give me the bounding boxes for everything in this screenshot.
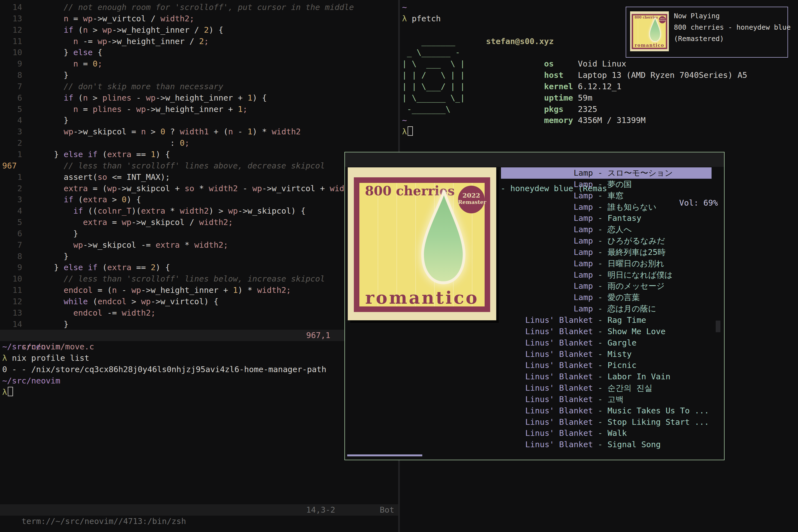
code-line[interactable]: 14 }	[0, 319, 398, 330]
code-line[interactable]: 2 : 0;	[0, 137, 398, 149]
pfetch-field-label: pkgs	[544, 103, 578, 115]
code-line[interactable]: 12 while (endcol > wp->w_virtcol) {	[0, 296, 398, 307]
playlist-row[interactable]: Lamp - Fantasy	[501, 212, 711, 224]
code-line[interactable]: 11 n -= wp->w_height_inner / 2;	[0, 36, 398, 47]
playlist-row[interactable]: Linus' Blanket - Signal Song	[501, 439, 711, 450]
code-line[interactable]: 3 wp->w_skipcol = n > 0 ? width1 + (n - …	[0, 126, 398, 137]
playlist-row[interactable]: Linus' Blanket - Picnic	[501, 360, 711, 371]
code-line[interactable]: 1 assert(so <= INT_MAX);	[0, 172, 398, 183]
playlist-artist: Linus' Blanket	[501, 405, 593, 416]
playlist-row[interactable]: Linus' Blanket - Walk	[501, 428, 711, 439]
code-line[interactable]: 5 extra = wp->w_skipcol / width2;	[0, 217, 398, 228]
playlist-row[interactable]: Lamp - 恋人へ	[501, 224, 711, 235]
code-line[interactable]: 1 } else if (extra == 1) {	[0, 149, 398, 160]
playlist-row[interactable]: Linus' Blanket - Misty	[501, 348, 711, 360]
playlist-separator: -	[593, 337, 607, 348]
playlist-scrollbar[interactable]	[716, 321, 720, 332]
playlist-row[interactable]: Lamp - 日曜日のお別れ	[501, 258, 711, 269]
code-line[interactable]: 2 extra = (wp->w_skipcol + so * width2 -…	[0, 183, 398, 194]
code-line[interactable]: 3 if (extra > 0) {	[0, 194, 398, 205]
playlist-row[interactable]: Linus' Blanket - Rag Time	[501, 315, 711, 326]
playlist-row[interactable]: Linus' Blanket - Music Takes Us To ...	[501, 405, 711, 416]
code-line[interactable]: 11 endcol = (n - wp->w_height_inner + 1)…	[0, 285, 398, 296]
album-cover-frame: 800 cherries 2022 Remaster romantico	[354, 177, 490, 312]
code-line[interactable]: 12 if (n > wp->w_height_inner / 2) {	[0, 24, 398, 36]
teardrop-graphic	[414, 188, 473, 285]
code-line[interactable]: 967 // less than 'scrolloff' lines above…	[0, 160, 398, 172]
code-line[interactable]: 6 }	[0, 228, 398, 240]
code-buffer[interactable]: 14 // not enough room for 'scrolloff', p…	[0, 0, 398, 330]
playlist-song-title: 恋は月の蔭に	[607, 303, 656, 315]
code-line[interactable]: 9 } else if (extra == 2) {	[0, 262, 398, 273]
playlist-artist: Lamp	[501, 292, 593, 303]
code-line[interactable]: 10 // less than 'scrolloff' lines below,…	[0, 273, 398, 285]
code-line[interactable]: 13 n = wp->w_virtcol / width2;	[0, 13, 398, 24]
music-player-window[interactable]: [Playing] herries - honeydew blue (Remas…	[344, 152, 725, 460]
shell-prompt-symbol: λ	[2, 387, 7, 397]
line-number: 11	[2, 36, 22, 47]
terminal-cursor[interactable]	[407, 126, 413, 136]
shell-output: 0 - - /nix/store/cq3cx86h28j0y46ls0nhjzj…	[2, 365, 326, 374]
now-playing-notification[interactable]: 800 cherries 2022 Remaster romantico Now…	[626, 7, 788, 58]
code-line[interactable]: 4 }	[0, 115, 398, 126]
code-line[interactable]: 4 if ((colnr_T)(extra * width2) > wp->w_…	[0, 205, 398, 217]
line-number: 10	[2, 47, 22, 58]
statusline-scroll-indicator: Bot	[380, 504, 394, 516]
line-number: 1	[2, 149, 22, 160]
playlist-row[interactable]: Linus' Blanket - 순간의 진실	[501, 382, 711, 394]
line-number: 1	[2, 172, 22, 183]
playlist-separator: -	[593, 428, 607, 439]
playlist-separator: -	[593, 416, 607, 428]
playlist-row[interactable]: Lamp - 愛の言葉	[501, 292, 711, 303]
playlist-row[interactable]: Linus' Blanket - Stop Liking Start ...	[501, 416, 711, 428]
playlist-row[interactable]: Lamp - 誰も知らない	[501, 202, 711, 213]
line-number: 8	[2, 70, 22, 81]
playlist-song-title: Rag Time	[607, 315, 646, 326]
playlist-row[interactable]: Lamp - 明日になれば僕は	[501, 269, 711, 281]
code-line[interactable]: 8 }	[0, 251, 398, 262]
statusline-term-ruler: 14,3-2	[306, 504, 335, 516]
pfetch-field-value: 59m	[578, 93, 592, 102]
terminal-cursor[interactable]	[8, 387, 13, 396]
line-number: 6	[2, 228, 22, 240]
code-line[interactable]: 14 // not enough room for 'scrolloff', p…	[0, 2, 398, 13]
playlist-artist: Lamp	[501, 167, 593, 179]
playlist-row[interactable]: Lamp - スロ〜モ〜ション	[501, 167, 711, 179]
pfetch-field-label: host	[544, 70, 578, 81]
playlist-row[interactable]: Lamp - 最終列車は25時	[501, 247, 711, 258]
playlist-song-title: Stop Liking Start ...	[607, 416, 709, 428]
playlist-artist: Lamp	[501, 258, 593, 269]
track-progress-bar[interactable]	[347, 454, 422, 456]
playlist-row[interactable]: Linus' Blanket - Show Me Love	[501, 326, 711, 337]
playlist-row[interactable]: Lamp - 車窓	[501, 190, 711, 202]
playlist-separator: -	[593, 179, 607, 190]
line-number: 4	[2, 115, 22, 126]
code-line[interactable]: 7 wp->w_skipcol -= extra * width2;	[0, 240, 398, 251]
playlist-artist: Lamp	[501, 212, 593, 224]
playlist-row[interactable]: Linus' Blanket - Gargle	[501, 337, 711, 348]
code-line[interactable]: 10 } else {	[0, 47, 398, 58]
code-line[interactable]: 13 endcol -= width2;	[0, 307, 398, 319]
playlist[interactable]: Lamp - スロ〜モ〜ション Lamp - 夢の国 Lamp - 車窓 Lam…	[501, 167, 711, 450]
playlist-artist: Linus' Blanket	[501, 416, 593, 428]
line-number: 13	[2, 13, 22, 24]
playlist-row[interactable]: Linus' Blanket - 고백	[501, 394, 711, 405]
line-number: 3	[2, 126, 22, 137]
playlist-artist: Lamp	[501, 190, 593, 202]
playlist-row[interactable]: Lamp - 雨のメッセージ	[501, 280, 711, 292]
nvim-terminal-pane[interactable]: 14 // not enough room for 'scrolloff', p…	[0, 0, 398, 532]
playlist-row[interactable]: Linus' Blanket - Labor In Vain	[501, 371, 711, 382]
playlist-song-title: 雨のメッセージ	[607, 280, 664, 292]
code-line[interactable]: 5 n = plines - wp->w_height_inner + 1;	[0, 103, 398, 115]
code-line[interactable]: 7 // don't skip more than necessary	[0, 81, 398, 92]
playlist-row[interactable]: Lamp - 恋は月の蔭に	[501, 303, 711, 315]
pfetch-field-value: 2325	[578, 104, 597, 114]
code-line[interactable]: 6 if (n > plines - wp->w_height_inner + …	[0, 92, 398, 103]
playlist-artist: Linus' Blanket	[501, 439, 593, 450]
code-line[interactable]: 9 n = 0;	[0, 58, 398, 70]
line-number: 4	[2, 205, 22, 217]
code-line[interactable]: 8 }	[0, 70, 398, 81]
playlist-row[interactable]: Lamp - 夢の国	[501, 179, 711, 190]
album-cover-frame: 800 cherries 2022 Remaster romantico	[632, 14, 667, 49]
playlist-row[interactable]: Lamp - ひろがるなみだ	[501, 235, 711, 247]
